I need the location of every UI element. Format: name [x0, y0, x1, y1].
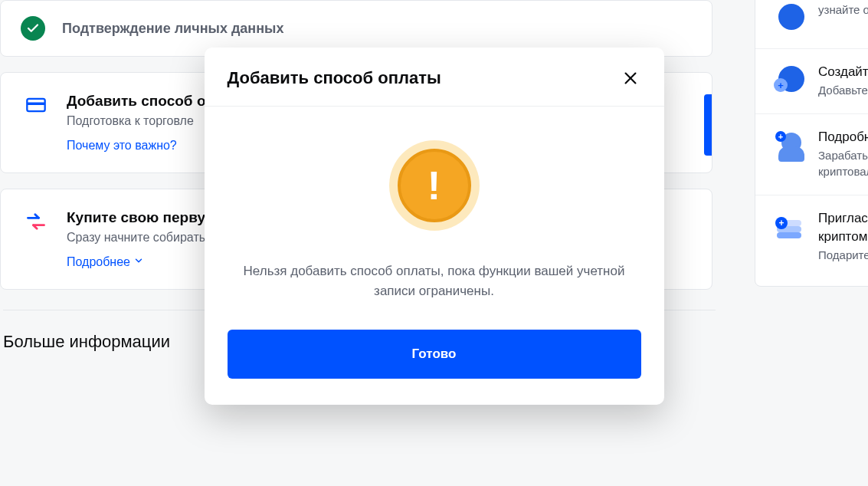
close-button[interactable] [620, 67, 641, 89]
modal-title: Добавить способ оплаты [228, 68, 441, 88]
add-payment-modal: Добавить способ оплаты ! Нельзя добавить… [205, 48, 664, 405]
close-icon [622, 70, 639, 87]
modal-message: Нельзя добавить способ оплаты, пока функ… [243, 261, 626, 302]
warning-icon: ! [389, 140, 480, 231]
done-button[interactable]: Готово [228, 330, 641, 379]
modal-overlay: Добавить способ оплаты ! Нельзя добавить… [0, 0, 868, 486]
